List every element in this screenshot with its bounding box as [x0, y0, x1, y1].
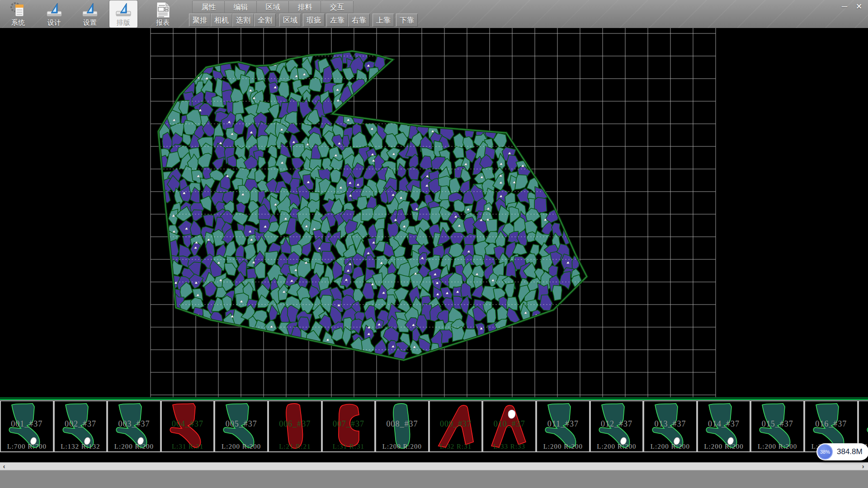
piece-filmstrip: 001_#37L:700 R:700002_#37L:132 R:132003_…: [0, 400, 868, 452]
piece-thumbnail-009_#37[interactable]: 009_#37L:32 R:31: [429, 400, 483, 452]
piece-lr-count: L:200 R:200: [698, 443, 750, 450]
tool-button-相机[interactable]: 相机: [211, 14, 232, 27]
filmstrip-divider: [0, 397, 868, 400]
piece-name: 009_#37: [430, 419, 482, 429]
tool-button-左靠[interactable]: 左靠: [326, 14, 348, 27]
piece-lr-count: L:200 R:200: [376, 443, 428, 450]
tool-button-下靠[interactable]: 下靠: [396, 14, 418, 27]
tool-button-瑕疵[interactable]: 瑕疵: [303, 14, 325, 27]
piece-lr-count: L:200 R:200: [108, 443, 160, 450]
nesting-canvas[interactable]: [0, 28, 868, 399]
scroll-right-icon[interactable]: ›: [859, 463, 867, 470]
tool-button-全割[interactable]: 全割: [254, 14, 276, 27]
piece-name: 016_#37: [805, 419, 857, 429]
piece-thumbnail-002_#37[interactable]: 002_#37L:132 R:132: [54, 400, 108, 452]
piece-lr-count: L:31 R:31: [162, 443, 214, 450]
piece-name: 005_#37: [215, 419, 267, 429]
tool-button-右靠[interactable]: 右靠: [348, 14, 370, 27]
piece-name: 015_#37: [751, 419, 803, 429]
piece-lr-count: L:31 R:31: [323, 443, 375, 450]
piece-thumbnail-004_#37[interactable]: 004_#37L:31 R:31: [161, 400, 215, 452]
module-button-label: 报表: [149, 19, 177, 27]
close-button[interactable]: ✕: [853, 1, 865, 13]
tool-button-聚排[interactable]: 聚排: [189, 14, 211, 27]
tool-button-上靠[interactable]: 上靠: [373, 14, 394, 27]
piece-name: 003_#37: [108, 419, 160, 429]
piece-thumbnail-001_#37[interactable]: 001_#37L:700 R:700: [0, 400, 54, 452]
piece-name: 007_#37: [323, 419, 375, 429]
horizontal-scrollbar[interactable]: ‹ ›: [0, 462, 868, 470]
piece-thumbnail-010_#37[interactable]: 010_#37L:33 R:33: [482, 400, 536, 452]
ruler-icon: [46, 1, 63, 19]
piece-lr-count: L:200 R:200: [751, 443, 803, 450]
piece-name: 013_#37: [644, 419, 696, 429]
ruler-icon: [115, 1, 132, 19]
tab-排料[interactable]: 排料: [288, 1, 321, 13]
piece-thumbnail-013_#37[interactable]: 013_#37L:200 R:200: [643, 400, 697, 452]
module-button-label: 设计: [40, 19, 68, 27]
module-button-设置[interactable]: 设置: [76, 0, 104, 28]
piece-name: 002_#37: [55, 419, 107, 429]
module-button-label: 设置: [76, 19, 104, 27]
piece-name: 001_#37: [1, 419, 53, 429]
piece-lr-count: L:132 R:132: [55, 443, 107, 450]
piece-name: 012_#37: [591, 419, 643, 429]
report-icon: [154, 1, 171, 19]
piece-name: 004_#37: [162, 419, 214, 429]
tool-button-选割[interactable]: 选割: [232, 14, 254, 27]
tab-区域[interactable]: 区域: [256, 1, 289, 13]
tool-button-区域[interactable]: 区域: [279, 14, 301, 27]
piece-name: 008_#37: [376, 419, 428, 429]
piece-lr-count: L:700 R:700: [1, 443, 53, 450]
piece-name: 017_#37: [859, 419, 868, 429]
module-button-label: 系统: [4, 19, 32, 27]
progress-percent-badge: 38%: [817, 444, 833, 460]
memory-usage-value: 384.8M: [833, 447, 868, 456]
piece-lr-count: L:200 R:200: [644, 443, 696, 450]
piece-lr-count: L:200 R:200: [215, 443, 267, 450]
tab-交互[interactable]: 交互: [321, 1, 354, 13]
piece-thumbnail-007_#37[interactable]: 007_#37L:31 R:31: [322, 400, 376, 452]
piece-thumbnail-011_#37[interactable]: 011_#37L:200 R:200: [536, 400, 590, 452]
piece-name: 014_#37: [698, 419, 750, 429]
hide-nesting-view: [0, 28, 868, 399]
piece-thumbnail-015_#37[interactable]: 015_#37L:200 R:200: [750, 400, 804, 452]
piece-thumbnail-008_#37[interactable]: 008_#37L:200 R:200: [375, 400, 429, 452]
progress-badge[interactable]: 38% 384.8M: [816, 443, 868, 460]
piece-thumbnail-005_#37[interactable]: 005_#37L:200 R:200: [214, 400, 268, 452]
status-bar: [0, 470, 868, 488]
module-button-设计[interactable]: 设计: [40, 0, 68, 28]
module-button-系统[interactable]: 系统: [4, 0, 32, 28]
module-button-报表[interactable]: 报表: [149, 0, 177, 28]
gear-notebook-icon: [9, 1, 27, 19]
piece-thumbnail-012_#37[interactable]: 012_#37L:200 R:200: [590, 400, 644, 452]
piece-lr-count: L:200 R:200: [537, 443, 589, 450]
piece-name: 010_#37: [483, 419, 535, 429]
piece-lr-count: L:21 R:21: [269, 443, 321, 450]
module-button-排版[interactable]: 排版: [109, 0, 137, 28]
ruler-icon: [81, 1, 99, 19]
piece-thumbnail-006_#37[interactable]: 006_#37L:21 R:21: [268, 400, 322, 452]
piece-lr-count: L:33 R:33: [483, 443, 535, 450]
piece-name: 011_#37: [537, 419, 589, 429]
minimize-button[interactable]: ─: [838, 1, 851, 13]
piece-thumbnail-003_#37[interactable]: 003_#37L:200 R:200: [107, 400, 161, 452]
piece-lr-count: L:32 R:31: [430, 443, 482, 450]
piece-name: 006_#37: [269, 419, 321, 429]
scroll-left-icon[interactable]: ‹: [0, 463, 8, 470]
module-button-label: 排版: [109, 19, 137, 27]
piece-lr-count: L:200 R:200: [591, 443, 643, 450]
piece-thumbnail-014_#37[interactable]: 014_#37L:200 R:200: [697, 400, 751, 452]
tab-属性[interactable]: 属性: [192, 1, 225, 13]
main-toolbar: 系统设计设置排版报表 属性编辑区域排料交互 聚排相机选割全割区域瑕疵左靠右靠上靠…: [0, 0, 868, 28]
tab-编辑[interactable]: 编辑: [224, 1, 257, 13]
